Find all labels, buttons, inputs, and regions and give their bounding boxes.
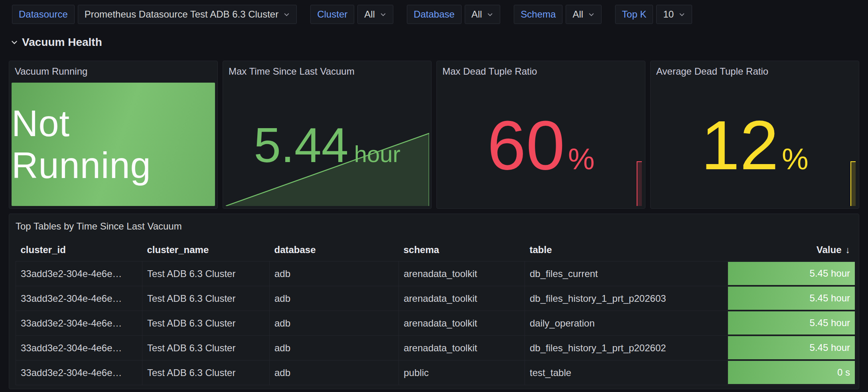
column-header-schema[interactable]: schema (399, 239, 525, 261)
cell-cluster-id: 33add3e2-304e-4e6e… (16, 311, 142, 336)
table-row: 33add3e2-304e-4e6e… Test ADB 6.3 Cluster… (16, 261, 855, 286)
panel-title[interactable]: Average Dead Tuple Ratio (651, 61, 859, 82)
table-row: 33add3e2-304e-4e6e… Test ADB 6.3 Cluster… (16, 336, 855, 360)
stat-value: 5.44 (254, 117, 348, 173)
top-tables-table: cluster_id cluster_name database schema … (16, 239, 855, 385)
column-header-cluster-id[interactable]: cluster_id (16, 239, 142, 261)
var-schema-label: Schema (514, 5, 562, 24)
cell-cluster-name: Test ADB 6.3 Cluster (142, 336, 270, 360)
panel-title[interactable]: Max Time Since Last Vacuum (223, 61, 431, 82)
value-cell-bar: 0 s (728, 361, 855, 384)
cell-cluster-name: Test ADB 6.3 Cluster (142, 311, 270, 336)
table-container: cluster_id cluster_name database schema … (16, 239, 855, 386)
stat-body: 60 % (437, 82, 645, 208)
sort-desc-icon: ↓ (846, 245, 850, 255)
chevron-down-icon (679, 11, 685, 18)
panel-top-tables: Top Tables by Time Since Last Vacuum clu… (9, 214, 859, 389)
variables-toolbar: Datasource Prometheus Datasource Test AD… (12, 5, 706, 24)
cell-database: adb (270, 336, 399, 360)
var-topk-value: 10 (663, 9, 674, 20)
var-schema-select[interactable]: All (566, 5, 602, 24)
stat-value: Not Running (12, 103, 215, 186)
stat-body: 5.44 hour (223, 82, 431, 208)
var-group-schema: Schema All (514, 5, 602, 24)
cell-database: adb (270, 360, 399, 385)
var-cluster-label: Cluster (310, 5, 354, 24)
column-header-cluster-name[interactable]: cluster_name (142, 239, 270, 261)
var-database-select[interactable]: All (465, 5, 501, 24)
chevron-down-icon (487, 11, 493, 18)
cell-cluster-id: 33add3e2-304e-4e6e… (16, 336, 142, 360)
panel-title[interactable]: Max Dead Tuple Ratio (437, 61, 645, 82)
var-cluster-select[interactable]: All (357, 5, 393, 24)
row-header-vacuum-health[interactable]: Vacuum Health (10, 36, 102, 49)
cell-table: db_files_history_1_prt_p202602 (525, 336, 728, 360)
cell-schema: arenadata_toolkit (399, 336, 525, 360)
value-cell-bar: 5.45 hour (728, 336, 855, 359)
stat-unit: hour (354, 141, 400, 167)
column-header-table[interactable]: table (525, 239, 728, 261)
value-cell-bar: 5.45 hour (728, 287, 855, 310)
panel-vacuum-running: Vacuum Running Not Running (9, 61, 218, 209)
panel-title[interactable]: Vacuum Running (9, 61, 217, 82)
var-schema-value: All (572, 9, 583, 20)
cell-database: adb (270, 261, 399, 286)
cell-value: 0 s (728, 360, 855, 385)
var-group-database: Database All (407, 5, 500, 24)
var-topk-label: Top K (615, 5, 653, 24)
cell-schema: arenadata_toolkit (399, 261, 525, 286)
var-group-datasource: Datasource Prometheus Datasource Test AD… (12, 5, 297, 24)
stat-background-fill: Not Running (12, 83, 215, 206)
table-row: 33add3e2-304e-4e6e… Test ADB 6.3 Cluster… (16, 311, 855, 336)
var-database-value: All (471, 9, 482, 20)
column-header-database[interactable]: database (270, 239, 399, 261)
column-header-value-label: Value (817, 244, 842, 255)
grafana-dashboard: Datasource Prometheus Datasource Test AD… (0, 0, 868, 392)
value-cell-bar: 5.45 hour (728, 262, 855, 285)
stat-value: 12 (701, 105, 779, 185)
bar-sparkline (850, 161, 856, 206)
chevron-down-icon (10, 38, 18, 46)
table-header-row: cluster_id cluster_name database schema … (16, 239, 855, 261)
stat-value: 60 (487, 105, 565, 185)
stat-body: Not Running (9, 82, 217, 208)
stat-body: 12 % (651, 82, 859, 208)
cell-database: adb (270, 286, 399, 311)
stat-unit: % (568, 142, 595, 176)
var-database-label: Database (407, 5, 462, 24)
stat-value-row: 60 % (487, 105, 594, 185)
chevron-down-icon (588, 11, 595, 18)
var-group-topk: Top K 10 (615, 5, 692, 24)
cell-value: 5.45 hour (728, 261, 855, 286)
cell-cluster-id: 33add3e2-304e-4e6e… (16, 261, 142, 286)
stat-value-row: 5.44 hour (254, 117, 400, 173)
cell-schema: arenadata_toolkit (399, 286, 525, 311)
stat-value-row: 12 % (701, 105, 808, 185)
column-header-value[interactable]: Value↓ (728, 239, 855, 261)
stat-unit: % (782, 142, 809, 176)
cell-schema: arenadata_toolkit (399, 311, 525, 336)
var-datasource-value: Prometheus Datasource Test ADB 6.3 Clust… (85, 9, 278, 20)
cell-cluster-name: Test ADB 6.3 Cluster (142, 261, 270, 286)
cell-value: 5.45 hour (728, 286, 855, 311)
chevron-down-icon (380, 11, 387, 18)
cell-cluster-id: 33add3e2-304e-4e6e… (16, 286, 142, 311)
cell-schema: public (399, 360, 525, 385)
var-cluster-value: All (364, 9, 375, 20)
cell-value: 5.45 hour (728, 311, 855, 336)
panel-max-dead-tuple-ratio: Max Dead Tuple Ratio 60 % (436, 61, 645, 209)
var-topk-select[interactable]: 10 (656, 5, 692, 24)
var-datasource-select[interactable]: Prometheus Datasource Test ADB 6.3 Clust… (78, 5, 297, 24)
cell-database: adb (270, 311, 399, 336)
table-row: 33add3e2-304e-4e6e… Test ADB 6.3 Cluster… (16, 286, 855, 311)
table-row: 33add3e2-304e-4e6e… Test ADB 6.3 Cluster… (16, 360, 855, 385)
var-group-cluster: Cluster All (310, 5, 393, 24)
cell-table: db_files_history_1_prt_p202603 (525, 286, 728, 311)
cell-table: test_table (525, 360, 728, 385)
cell-cluster-name: Test ADB 6.3 Cluster (142, 286, 270, 311)
var-datasource-label: Datasource (12, 5, 75, 24)
cell-table: db_files_current (525, 261, 728, 286)
panel-title[interactable]: Top Tables by Time Since Last Vacuum (9, 214, 859, 239)
cell-cluster-name: Test ADB 6.3 Cluster (142, 360, 270, 385)
value-cell-bar: 5.45 hour (728, 311, 855, 335)
